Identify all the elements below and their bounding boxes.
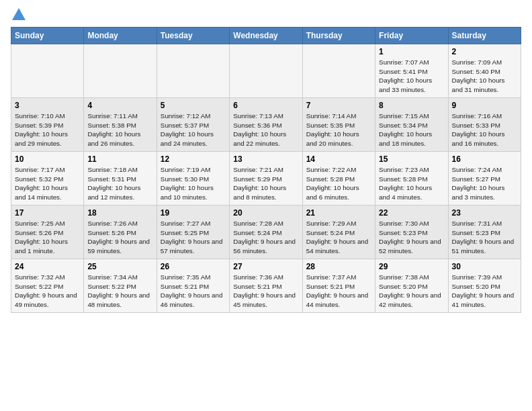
day-number: 30 <box>452 262 517 271</box>
day-number: 12 <box>161 154 226 164</box>
day-number: 23 <box>452 208 517 218</box>
calendar-cell: 29Sunrise: 7:38 AM Sunset: 5:20 PM Dayli… <box>375 259 448 313</box>
calendar-cell: 28Sunrise: 7:37 AM Sunset: 5:21 PM Dayli… <box>302 259 375 313</box>
calendar-cell: 1Sunrise: 7:07 AM Sunset: 5:41 PM Daylig… <box>375 44 448 98</box>
weekday-header-tuesday: Tuesday <box>157 28 229 44</box>
calendar-cell: 20Sunrise: 7:28 AM Sunset: 5:24 PM Dayli… <box>230 205 302 259</box>
week-row-3: 10Sunrise: 7:17 AM Sunset: 5:32 PM Dayli… <box>11 152 521 205</box>
weekday-header-wednesday: Wednesday <box>230 28 302 44</box>
week-row-5: 24Sunrise: 7:32 AM Sunset: 5:22 PM Dayli… <box>11 259 521 313</box>
day-info: Sunrise: 7:13 AM Sunset: 5:36 PM Dayligh… <box>233 111 298 148</box>
day-number: 8 <box>379 101 444 110</box>
day-number: 17 <box>15 208 80 218</box>
calendar-cell: 22Sunrise: 7:30 AM Sunset: 5:23 PM Dayli… <box>375 205 448 259</box>
day-number: 28 <box>306 262 371 271</box>
day-number: 24 <box>15 262 80 271</box>
day-number: 11 <box>87 154 152 164</box>
day-number: 3 <box>15 101 80 110</box>
calendar-cell: 9Sunrise: 7:16 AM Sunset: 5:33 PM Daylig… <box>448 98 521 152</box>
day-number: 25 <box>87 262 152 271</box>
calendar-cell: 13Sunrise: 7:21 AM Sunset: 5:29 PM Dayli… <box>230 152 302 205</box>
day-info: Sunrise: 7:34 AM Sunset: 5:22 PM Dayligh… <box>87 273 152 310</box>
day-info: Sunrise: 7:23 AM Sunset: 5:28 PM Dayligh… <box>379 165 444 202</box>
day-info: Sunrise: 7:28 AM Sunset: 5:24 PM Dayligh… <box>233 219 298 256</box>
day-info: Sunrise: 7:18 AM Sunset: 5:31 PM Dayligh… <box>87 165 152 202</box>
calendar-table: SundayMondayTuesdayWednesdayThursdayFrid… <box>11 27 521 313</box>
day-info: Sunrise: 7:25 AM Sunset: 5:26 PM Dayligh… <box>15 219 80 256</box>
day-number: 7 <box>306 101 371 110</box>
day-number: 6 <box>233 101 298 110</box>
day-info: Sunrise: 7:38 AM Sunset: 5:20 PM Dayligh… <box>379 273 444 310</box>
day-number: 26 <box>161 262 226 271</box>
calendar-cell <box>11 44 84 98</box>
day-number: 10 <box>15 154 80 164</box>
calendar-cell: 27Sunrise: 7:36 AM Sunset: 5:21 PM Dayli… <box>230 259 302 313</box>
calendar-cell: 14Sunrise: 7:22 AM Sunset: 5:28 PM Dayli… <box>302 152 375 205</box>
calendar-cell: 12Sunrise: 7:19 AM Sunset: 5:30 PM Dayli… <box>157 152 229 205</box>
day-info: Sunrise: 7:30 AM Sunset: 5:23 PM Dayligh… <box>379 219 444 256</box>
calendar-cell: 17Sunrise: 7:25 AM Sunset: 5:26 PM Dayli… <box>11 205 84 259</box>
calendar-cell: 10Sunrise: 7:17 AM Sunset: 5:32 PM Dayli… <box>11 152 84 205</box>
day-number: 22 <box>379 208 444 218</box>
day-number: 1 <box>379 47 444 56</box>
week-row-4: 17Sunrise: 7:25 AM Sunset: 5:26 PM Dayli… <box>11 205 521 259</box>
calendar-cell: 8Sunrise: 7:15 AM Sunset: 5:34 PM Daylig… <box>375 98 448 152</box>
day-number: 5 <box>161 101 226 110</box>
weekday-header-friday: Friday <box>375 28 448 44</box>
day-number: 19 <box>161 208 226 218</box>
day-info: Sunrise: 7:15 AM Sunset: 5:34 PM Dayligh… <box>379 111 444 148</box>
calendar-cell <box>230 44 302 98</box>
day-info: Sunrise: 7:21 AM Sunset: 5:29 PM Dayligh… <box>233 165 298 202</box>
week-row-1: 1Sunrise: 7:07 AM Sunset: 5:41 PM Daylig… <box>11 44 521 98</box>
day-info: Sunrise: 7:37 AM Sunset: 5:21 PM Dayligh… <box>306 273 371 310</box>
day-info: Sunrise: 7:14 AM Sunset: 5:35 PM Dayligh… <box>306 111 371 148</box>
calendar-cell: 26Sunrise: 7:35 AM Sunset: 5:21 PM Dayli… <box>157 259 229 313</box>
day-info: Sunrise: 7:36 AM Sunset: 5:21 PM Dayligh… <box>233 273 298 310</box>
calendar-cell: 16Sunrise: 7:24 AM Sunset: 5:27 PM Dayli… <box>448 152 521 205</box>
calendar-cell: 30Sunrise: 7:39 AM Sunset: 5:20 PM Dayli… <box>448 259 521 313</box>
day-info: Sunrise: 7:24 AM Sunset: 5:27 PM Dayligh… <box>452 165 517 202</box>
day-number: 2 <box>452 47 517 56</box>
calendar-cell: 18Sunrise: 7:26 AM Sunset: 5:26 PM Dayli… <box>84 205 157 259</box>
calendar-cell: 25Sunrise: 7:34 AM Sunset: 5:22 PM Dayli… <box>84 259 157 313</box>
day-info: Sunrise: 7:29 AM Sunset: 5:24 PM Dayligh… <box>306 219 371 256</box>
day-number: 14 <box>306 154 371 164</box>
calendar-cell <box>84 44 157 98</box>
day-number: 16 <box>452 154 517 164</box>
day-info: Sunrise: 7:22 AM Sunset: 5:28 PM Dayligh… <box>306 165 371 202</box>
day-number: 27 <box>233 262 298 271</box>
calendar-cell: 23Sunrise: 7:31 AM Sunset: 5:23 PM Dayli… <box>448 205 521 259</box>
weekday-header-saturday: Saturday <box>448 28 521 44</box>
calendar-cell <box>302 44 375 98</box>
day-number: 18 <box>87 208 152 218</box>
day-number: 13 <box>233 154 298 164</box>
day-number: 15 <box>379 154 444 164</box>
weekday-header-row: SundayMondayTuesdayWednesdayThursdayFrid… <box>11 28 521 44</box>
day-info: Sunrise: 7:39 AM Sunset: 5:20 PM Dayligh… <box>452 273 517 310</box>
calendar-cell: 11Sunrise: 7:18 AM Sunset: 5:31 PM Dayli… <box>84 152 157 205</box>
day-info: Sunrise: 7:19 AM Sunset: 5:30 PM Dayligh… <box>161 165 226 202</box>
calendar-cell: 4Sunrise: 7:11 AM Sunset: 5:38 PM Daylig… <box>84 98 157 152</box>
day-info: Sunrise: 7:12 AM Sunset: 5:37 PM Dayligh… <box>161 111 226 148</box>
calendar-cell: 7Sunrise: 7:14 AM Sunset: 5:35 PM Daylig… <box>302 98 375 152</box>
day-info: Sunrise: 7:32 AM Sunset: 5:22 PM Dayligh… <box>15 273 80 310</box>
day-info: Sunrise: 7:11 AM Sunset: 5:38 PM Dayligh… <box>87 111 152 148</box>
weekday-header-thursday: Thursday <box>302 28 375 44</box>
page: SundayMondayTuesdayWednesdayThursdayFrid… <box>0 0 532 320</box>
calendar-cell: 21Sunrise: 7:29 AM Sunset: 5:24 PM Dayli… <box>302 205 375 259</box>
day-info: Sunrise: 7:09 AM Sunset: 5:40 PM Dayligh… <box>452 58 517 95</box>
calendar-cell <box>157 44 229 98</box>
day-number: 20 <box>233 208 298 218</box>
day-info: Sunrise: 7:27 AM Sunset: 5:25 PM Dayligh… <box>161 219 226 256</box>
day-info: Sunrise: 7:31 AM Sunset: 5:23 PM Dayligh… <box>452 219 517 256</box>
day-number: 9 <box>452 101 517 110</box>
day-info: Sunrise: 7:07 AM Sunset: 5:41 PM Dayligh… <box>379 58 444 95</box>
header <box>11 11 521 20</box>
day-number: 29 <box>379 262 444 271</box>
calendar-cell: 5Sunrise: 7:12 AM Sunset: 5:37 PM Daylig… <box>157 98 229 152</box>
day-info: Sunrise: 7:26 AM Sunset: 5:26 PM Dayligh… <box>87 219 152 256</box>
calendar-cell: 15Sunrise: 7:23 AM Sunset: 5:28 PM Dayli… <box>375 152 448 205</box>
day-info: Sunrise: 7:17 AM Sunset: 5:32 PM Dayligh… <box>15 165 80 202</box>
calendar-cell: 2Sunrise: 7:09 AM Sunset: 5:40 PM Daylig… <box>448 44 521 98</box>
logo <box>11 11 26 20</box>
